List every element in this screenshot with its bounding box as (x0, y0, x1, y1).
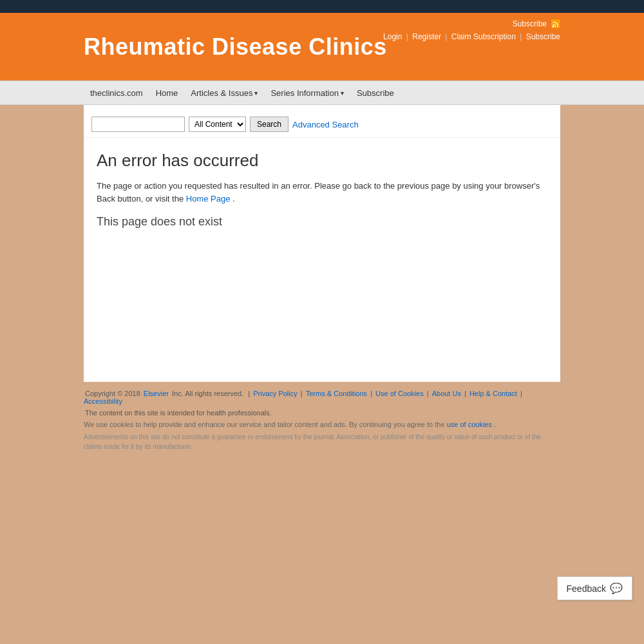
subscribe-top-area: Subscribe (383, 19, 560, 28)
feedback-button[interactable]: Feedback 💬 (557, 576, 632, 600)
error-content: An error has occurred The page or action… (84, 138, 560, 242)
use-of-cookies-inline-link[interactable]: use of cookies (447, 421, 492, 428)
divider2: | (445, 32, 447, 41)
search-bar: All Content Journals Books Search Advanc… (84, 111, 560, 138)
advanced-search-link[interactable]: Advanced Search (292, 120, 359, 129)
subscribe-top-label: Subscribe (513, 19, 547, 28)
terms-conditions-link[interactable]: Terms & Conditions (306, 390, 367, 397)
cookie-notice: We use cookies to help provide and enhan… (84, 421, 560, 428)
home-page-link[interactable]: Home Page (186, 194, 231, 204)
header-links: Login | Register | Claim Subscription | … (383, 32, 560, 41)
top-bar (0, 0, 644, 13)
ad-notice: Advertisements on this site do not const… (84, 432, 560, 451)
error-title: An error has occurred (97, 151, 547, 171)
page-not-exist-text: This page does not exist (97, 215, 547, 229)
copyright-text: Copyright © 2018 (85, 390, 140, 397)
svg-point-1 (553, 26, 554, 28)
rss-icon[interactable] (551, 19, 560, 28)
nav-home[interactable]: Home (149, 80, 185, 105)
footer: Copyright © 2018 Elsevier Inc. All right… (84, 382, 560, 458)
divider1: | (406, 32, 408, 41)
about-us-link[interactable]: About Us (432, 390, 461, 397)
search-button[interactable]: Search (250, 117, 289, 132)
nav-series-information[interactable]: Series Information ▾ (264, 80, 350, 105)
login-link[interactable]: Login (383, 32, 402, 41)
search-input[interactable] (91, 117, 185, 132)
health-professional-notice: The content on this site is intended for… (84, 409, 560, 417)
accessibility-link[interactable]: Accessibility (84, 397, 122, 405)
use-of-cookies-link[interactable]: Use of Cookies (375, 390, 424, 397)
feedback-icon: 💬 (610, 582, 623, 594)
nav-bar: theclinics.com Home Articles & Issues ▾ … (0, 80, 644, 105)
header-right: Subscribe Login | Register | Claim Subsc… (383, 19, 560, 41)
claim-subscription-link[interactable]: Claim Subscription (451, 32, 516, 41)
error-description: The page or action you requested has res… (97, 180, 547, 205)
rights-text: Inc. All rights reserved. (172, 390, 243, 397)
series-dropdown-arrow: ▾ (341, 90, 344, 97)
help-contact-link[interactable]: Help & Contact (469, 390, 517, 397)
nav-subscribe[interactable]: Subscribe (350, 80, 401, 105)
privacy-policy-link[interactable]: Privacy Policy (253, 390, 297, 397)
subscribe-header-link[interactable]: Subscribe (526, 32, 560, 41)
nav-theclinics[interactable]: theclinics.com (84, 80, 149, 105)
elsevier-link[interactable]: Elsevier (144, 390, 169, 397)
main-header: Rheumatic Disease Clinics Subscribe Logi… (0, 13, 644, 80)
articles-dropdown-arrow: ▾ (254, 90, 258, 97)
register-link[interactable]: Register (412, 32, 441, 41)
footer-links: Copyright © 2018 Elsevier Inc. All right… (84, 390, 560, 405)
divider3: | (520, 32, 522, 41)
content-wrapper: All Content Journals Books Search Advanc… (84, 105, 560, 382)
feedback-label: Feedback (567, 583, 606, 594)
search-select[interactable]: All Content Journals Books (189, 117, 246, 132)
site-title: Rheumatic Disease Clinics (84, 33, 387, 61)
nav-articles-issues[interactable]: Articles & Issues ▾ (184, 80, 264, 105)
